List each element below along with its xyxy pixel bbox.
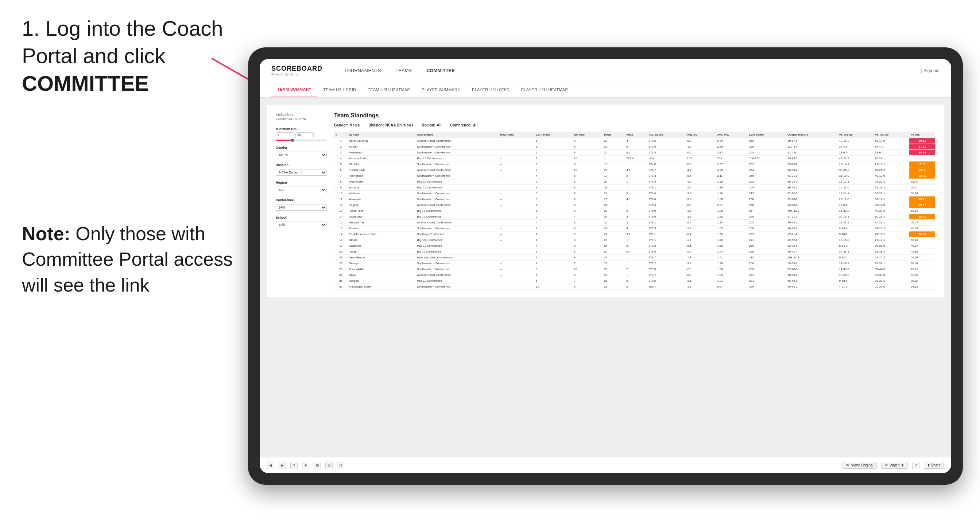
school-cell[interactable]: Arizona State [348,156,415,162]
toolbar-btn-2[interactable]: ▶ [278,462,286,469]
school-cell[interactable]: Florida State [348,167,415,173]
data-cell: 1.98 [716,179,747,185]
school-cell[interactable]: Tennessee [348,173,415,179]
school-cell[interactable]: Georgia Tech [348,220,415,225]
sub-nav-player-h2h-grid[interactable]: PLAYER H2H GRID [466,82,515,97]
data-cell: 4 [573,214,603,220]
school-cell[interactable]: Texas Tech [348,208,415,214]
data-cell: 260 [748,243,786,249]
data-cell: Southeastern Conference [415,190,499,197]
data-cell: Pac-12 Conference [415,156,499,162]
data-cell: 268 [748,185,786,190]
col-conf-rank: Conf Rank [534,132,572,138]
data-cell: -6.0 [685,202,716,208]
conference-select[interactable]: (All) [276,204,327,211]
col-avg-sg: Avg. SG [685,132,716,138]
school-cell[interactable]: Arkansas [348,197,415,202]
school-cell[interactable]: North Carolina [348,138,415,144]
data-cell: Mountain West Conference [415,255,499,260]
school-cell[interactable]: Washington [348,179,415,185]
school-cell[interactable]: Arizona [348,185,415,190]
nav-committee[interactable]: COMMITTEE [419,59,462,83]
school-cell[interactable]: Oklahoma [348,214,415,220]
data-cell: 8 [573,249,603,255]
data-cell: -4.0 [685,179,716,185]
data-cell: -4.0 [685,144,716,150]
data-cell: 8 [573,237,603,243]
region-select[interactable]: N/A [276,187,327,193]
school-cell[interactable]: Oregon [348,278,415,284]
data-cell: 1.98 [716,185,747,190]
division-select[interactable]: NCAA Division I [276,169,327,176]
school-cell[interactable]: New Mexico [348,255,415,260]
data-cell: Atlantic Coast Conference [415,202,499,208]
data-cell: 23 [603,138,625,144]
school-cell[interactable]: Georgia [348,260,415,267]
toolbar-btn-6[interactable]: ⊟ [325,462,332,469]
data-cell: 1 [534,156,572,162]
toolbar-btn-4[interactable]: ⊕ [302,462,309,469]
data-cell: 2.52 [685,156,716,162]
school-cell[interactable]: Texas [348,249,415,255]
rank-cell: 14 [334,214,348,220]
gender-select[interactable]: Men's [276,152,327,158]
school-cell[interactable]: Vanderbilt [348,150,415,156]
points-cell: 38.38 [909,278,935,284]
points-cell: 68.57 [909,202,935,208]
min-rounds-min[interactable]: 4 [276,132,294,138]
nav-tournaments[interactable]: TOURNAMENTS [337,59,388,83]
logo-sub-text: Powered by clippd [271,73,322,76]
school-cell[interactable]: Illinois [348,237,415,243]
sub-nav-player-summary[interactable]: PLAYER SUMMARY [416,82,466,97]
school-cell[interactable]: Virginia [348,202,415,208]
eye-icon: 👁 [846,463,850,467]
data-cell: 20-39-1 [873,260,909,267]
school-cell[interactable]: Auburn [348,144,415,150]
nav-teams[interactable]: TEAMS [388,59,419,83]
school-cell[interactable]: East Tennessee State [348,232,415,237]
table-row: 16FloridaSoutheastern Conference–7924427… [334,225,935,232]
data-cell: 24 [603,214,625,220]
view-original-button[interactable]: 👁 View: Original [843,462,877,469]
school-cell[interactable]: Duke [348,272,415,278]
main-panel: Update time: 27/03/2024 16:56:26 Minimum… [267,105,944,297]
school-select[interactable]: (All) [276,222,327,228]
school-cell[interactable]: Ole Miss [348,162,415,167]
data-cell: Atlantic Coast Conference [415,220,499,225]
data-cell: Big 12 Conference [415,208,499,214]
data-cell: – [499,179,534,185]
min-rounds-max[interactable]: 30 [296,132,313,138]
data-cell: Southern Conference [415,232,499,237]
data-cell: 29-15-1 [873,162,909,167]
share-button[interactable]: ⬆ Share [924,462,944,469]
sub-nav-team-h2h-heatmap[interactable]: TEAM H2H HEATMAP [362,82,416,97]
toolbar-btn-5[interactable]: ⊞ [313,462,321,469]
data-cell: 33-29-1 [873,190,909,197]
school-cell[interactable]: Texas A&M [348,267,415,272]
sub-nav-team-summary[interactable]: TEAM SUMMARY [271,82,317,97]
data-cell: 2 [625,267,647,272]
toolbar-btn-clock[interactable]: ◷ [337,462,344,469]
slider-thumb[interactable] [291,139,294,142]
data-cell: 1 [534,237,572,243]
school-cell[interactable]: Mississippi State [348,284,415,290]
toolbar-btn-1[interactable]: ◀ [267,462,274,469]
data-cell: 2.70 [716,138,747,144]
data-cell: 72-30-1 [786,190,837,197]
school-cell[interactable]: California [348,243,415,249]
school-cell[interactable]: Alabama [348,190,415,197]
school-cell[interactable]: Florida [348,225,415,232]
col-school: School [348,132,415,138]
data-cell: 27 [603,249,625,255]
sub-nav-player-h2h-heatmap[interactable]: PLAYER H2H HEATMAP [515,82,574,97]
toolbar-btn-3[interactable]: ⟳ [290,462,298,469]
toolbar-btn-expand[interactable]: ⤢ [912,462,920,469]
sub-nav-team-h2h-grid[interactable]: TEAM H2H GRID [317,82,362,97]
rank-cell: 6 [334,167,348,173]
data-cell: 37-30-0 [873,272,909,278]
data-cell: 269 [748,249,786,255]
min-rounds-slider[interactable] [276,140,327,141]
watch-button[interactable]: 👁 Watch ▼ [881,462,908,469]
sign-out-link[interactable]: | Sign out [921,68,940,73]
table-row: 21New MexicoMountain West Conference–192… [334,255,935,260]
